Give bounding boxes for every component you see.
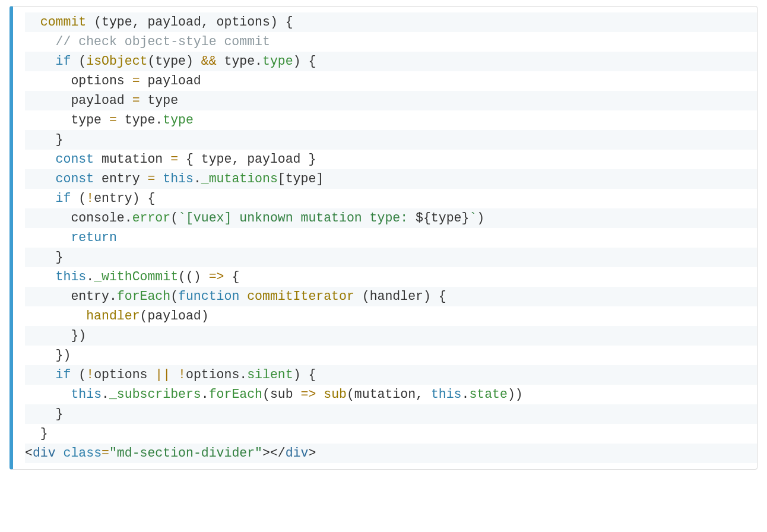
code-token: sub — [324, 387, 347, 401]
code-token: type — [25, 113, 109, 127]
code-token: . — [194, 172, 201, 186]
code-token: ` — [469, 211, 477, 225]
code-token: || — [155, 368, 170, 382]
code-token — [239, 289, 247, 303]
code-token: _subscribers — [109, 387, 201, 401]
code-token: "md-section-divider" — [109, 446, 262, 460]
code-token: ) { — [270, 15, 293, 29]
code-token: isObject — [86, 54, 147, 68]
code-line: if (isObject(type) && type.type) { — [25, 52, 757, 71]
code-token: ) { — [293, 54, 316, 68]
code-line: type = type.type — [25, 110, 757, 130]
code-token: }) — [25, 348, 71, 362]
code-token: { type, payload } — [178, 152, 316, 166]
code-token: `[vuex] unknown mutation type: — [178, 211, 416, 225]
code-token: { — [224, 270, 239, 284]
code-token — [170, 368, 178, 382]
code-token — [56, 446, 64, 460]
code-token: _mutations — [201, 172, 278, 186]
code-token: handler — [86, 309, 140, 323]
code-token: type — [102, 15, 132, 29]
code-line: this._withCommit(() => { — [25, 267, 757, 287]
code-line: } — [25, 248, 757, 267]
code-line: } — [25, 424, 757, 444]
code-token: silent — [247, 368, 293, 382]
code-line: if (!options || !options.silent) { — [25, 365, 757, 385]
code-token: ! — [178, 368, 186, 382]
code-line: } — [25, 130, 757, 150]
code-token: }) — [25, 328, 86, 343]
code-line: }) — [25, 346, 757, 365]
code-token: = — [132, 74, 140, 88]
code-token: if — [56, 191, 71, 205]
code-token — [25, 172, 56, 186]
code-token: = — [132, 93, 140, 107]
code-token: type. — [217, 54, 262, 68]
code-token: = — [102, 446, 109, 460]
code-token: commitIterator — [247, 289, 354, 303]
code-line: // check object-style commit — [25, 32, 757, 52]
code-token: class — [64, 446, 102, 460]
code-line: commit (type, payload, options) { — [25, 12, 757, 32]
code-line: options = payload — [25, 71, 757, 91]
code-token: , — [201, 15, 217, 29]
code-token: = — [147, 172, 155, 186]
code-line: const mutation = { type, payload } — [25, 150, 757, 169]
code-token: type — [262, 54, 293, 68]
code-token: = — [170, 152, 178, 166]
code-token: ! — [86, 368, 94, 382]
code-token: )) — [508, 387, 523, 401]
code-token: if — [56, 368, 71, 382]
code-token: (payload) — [140, 309, 209, 323]
code-token — [25, 191, 56, 205]
code-token: > — [308, 446, 316, 460]
code-token: this — [56, 270, 87, 284]
code-line: if (!entry) { — [25, 189, 757, 208]
code-token: , — [132, 15, 148, 29]
code-token: error — [132, 211, 171, 225]
code-token: type — [140, 93, 179, 107]
code-token: ( — [170, 211, 178, 225]
code-token: const — [56, 152, 94, 166]
code-token: state — [469, 387, 508, 401]
code-token: forEach — [117, 289, 170, 303]
code-token — [25, 368, 56, 382]
code-token: . — [201, 387, 209, 401]
code-token: entry. — [25, 289, 117, 303]
code-line: console.error(`[vuex] unknown mutation t… — [25, 208, 757, 228]
code-token: ( — [71, 368, 86, 382]
code-token: const — [56, 172, 94, 186]
code-line: return — [25, 228, 757, 248]
code-token: options — [217, 15, 270, 29]
code-token: div — [286, 446, 309, 460]
code-token: this — [163, 172, 194, 186]
code-line: handler(payload) — [25, 306, 757, 326]
code-token: ( — [71, 54, 86, 68]
code-line: const entry = this._mutations[type] — [25, 169, 757, 189]
code-token: ${ — [416, 211, 431, 225]
code-token: } — [25, 250, 64, 264]
code-token: this — [71, 387, 102, 401]
code-token: } — [25, 132, 64, 147]
code-token — [25, 54, 56, 68]
code-token — [25, 230, 71, 245]
code-token: mutation — [94, 152, 170, 166]
code-line: this._subscribers.forEach(sub => sub(mut… — [25, 385, 757, 404]
code-token: < — [25, 446, 33, 460]
code-token — [25, 152, 56, 166]
code-token: options — [25, 74, 132, 88]
code-token — [25, 270, 56, 284]
code-block: commit (type, payload, options) { // che… — [9, 6, 758, 470]
code-token: } — [25, 426, 48, 441]
code-token: ></ — [262, 446, 286, 460]
code-line: payload = type — [25, 91, 757, 110]
code-token: (mutation, — [347, 387, 431, 401]
code-line: } — [25, 404, 757, 424]
code-token: type — [163, 113, 194, 127]
code-token: (sub — [262, 387, 301, 401]
code-token: payload — [147, 15, 201, 29]
code-token: = — [109, 113, 117, 127]
code-token: this — [431, 387, 462, 401]
code-token: function — [178, 289, 239, 303]
code-token: } — [461, 211, 469, 225]
